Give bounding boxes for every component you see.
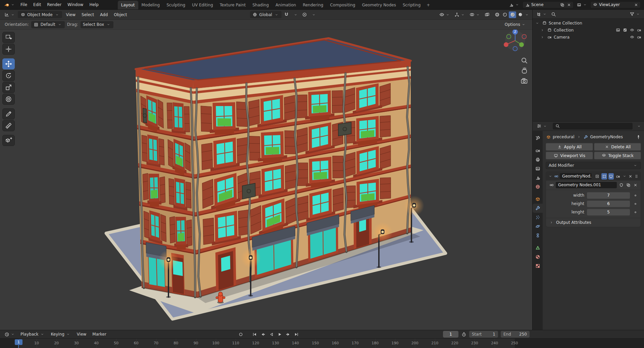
tool-scale-button[interactable] [2,82,15,93]
tab-world[interactable] [533,182,543,191]
tab-output[interactable] [533,155,543,164]
workspace-tab-layout[interactable]: Layout [118,1,138,9]
tool-measure-button[interactable] [2,120,15,131]
new-scene-icon[interactable] [559,2,565,7]
realtime-toggle[interactable] [608,173,614,180]
width-value-field[interactable]: 7 [587,192,630,199]
app-menu-button[interactable] [3,1,17,8]
tool-orientation-dropdown[interactable]: Default [31,21,65,28]
shading-rendered-button[interactable] [516,11,524,18]
disclosure-icon[interactable] [535,20,540,26]
tool-add-cube-button[interactable] [2,135,15,146]
viewlayer-browse-button[interactable] [575,1,589,8]
scene-canvas[interactable]: Z [0,10,532,330]
workspace-tab-compositing[interactable]: Compositing [327,1,358,9]
menu-edit[interactable]: Edit [30,1,44,8]
workspace-tab-modeling[interactable]: Modeling [138,1,163,9]
jump-to-prev-keyframe-button[interactable] [259,331,266,338]
remove-modifier-icon[interactable] [628,173,633,179]
add-modifier-dropdown[interactable]: Add Modifier [546,162,641,169]
disclosure-icon[interactable] [540,28,545,33]
shading-solid-button[interactable] [501,11,508,18]
timeline-menu-playback[interactable]: Playback [17,331,48,338]
tool-rotate-button[interactable] [2,70,15,81]
fake-user-icon[interactable] [618,183,624,188]
disclosure-icon[interactable] [540,35,545,40]
drag-handle-icon[interactable] [634,173,639,179]
play-reverse-button[interactable] [267,331,275,338]
transform-orientation-dropdown[interactable]: Global [250,11,282,18]
workspace-tab-geometry-nodes[interactable]: Geometry Nodes [359,1,399,9]
snap-toggle-button[interactable] [283,11,291,18]
copy-node-group-icon[interactable] [626,183,631,188]
unlink-node-group-icon[interactable] [633,183,638,188]
workspace-tab-uv-editing[interactable]: UV Editing [189,1,216,9]
timeline-ruler[interactable]: 1020304050607080901001101201301401501601… [0,338,644,348]
node-group-field[interactable]: Geometry Nodes.001 [556,182,617,188]
outliner-row-scene-collection[interactable]: Scene Collection [533,19,644,27]
modifier-name-field[interactable]: GeometryNod... [560,173,592,179]
delete-all-button[interactable]: Delete All [594,143,641,151]
proportional-edit-button[interactable] [301,11,309,18]
workspace-tab-animation[interactable]: Animation [272,1,299,9]
outliner-filter-button[interactable] [628,11,642,17]
add-workspace-button[interactable]: + [424,1,433,9]
edit-mode-toggle[interactable] [601,173,607,180]
toggle-xray-button[interactable] [483,11,491,18]
breadcrumb-object[interactable]: precedural [553,135,575,139]
editor-type-button[interactable] [3,11,17,18]
disable-render-camera-icon[interactable] [636,35,642,40]
tab-object-data[interactable] [533,243,543,252]
object-visibility-dropdown[interactable] [438,11,452,18]
playhead[interactable]: 1 [0,339,644,348]
workspace-tab-texture-paint[interactable]: Texture Paint [216,1,249,9]
timeline-menu-view[interactable]: View [74,331,89,338]
timeline-editor-button[interactable] [3,331,17,338]
properties-options-chevron[interactable] [636,123,642,129]
output-attributes-section[interactable]: Output Attributes [546,218,641,227]
outliner-search-button[interactable] [549,11,557,17]
workspace-tab-rendering[interactable]: Rendering [299,1,327,9]
menu-render[interactable]: Render [44,1,64,8]
workspace-tab-shading[interactable]: Shading [249,1,272,9]
viewport-vis-button[interactable]: Viewport Vis [546,152,593,159]
collapse-chevron-icon[interactable] [548,173,553,179]
jump-to-end-button[interactable] [293,331,300,338]
outliner-row-collection[interactable]: Collection [533,27,644,34]
viewport-menu-object[interactable]: Object [111,11,130,18]
tab-constraints[interactable] [533,231,543,240]
tool-cursor-button[interactable] [2,44,15,55]
viewlayer-selector[interactable]: ViewLayer [590,1,641,8]
show-gizmos-dropdown[interactable] [453,11,467,18]
workspace-tab-sculpting[interactable]: Sculpting [163,1,189,9]
tool-move-button[interactable] [2,58,15,69]
hide-viewport-eye-icon[interactable] [629,35,635,40]
hide-viewport-eye-icon[interactable] [629,28,635,33]
render-toggle[interactable] [615,173,621,180]
tool-transform-button[interactable] [2,94,15,105]
viewport-menu-add[interactable]: Add [97,11,111,18]
timeline-menu-marker[interactable]: Marker [89,331,109,338]
properties-search-field[interactable] [553,123,633,130]
proportional-falloff-button[interactable] [310,11,318,18]
outliner-row-camera[interactable]: Camera [533,34,644,41]
start-frame-field[interactable]: Start 1 [469,331,498,338]
tab-material[interactable] [533,252,543,261]
scene-browse-button[interactable] [507,1,521,8]
properties-editor-button[interactable] [535,123,549,130]
tab-particles[interactable] [533,213,543,222]
toggle-stack-button[interactable]: Toggle Stack [594,152,641,159]
tab-physics[interactable] [533,222,543,231]
workspace-tab-scripting[interactable]: Scripting [399,1,424,9]
jump-to-start-button[interactable] [251,331,258,338]
tab-render[interactable] [533,146,543,155]
outliner-editor-button[interactable] [535,11,549,17]
unlink-scene-icon[interactable] [566,2,572,7]
disable-render-camera-icon[interactable] [636,28,642,33]
menu-help[interactable]: Help [86,1,101,8]
shading-material-button[interactable] [509,11,516,18]
tab-texture[interactable] [533,261,543,270]
tab-modifiers[interactable] [533,204,543,213]
timeline-menu-keying[interactable]: Keying [48,331,74,338]
viewport-menu-select[interactable]: Select [79,11,97,18]
